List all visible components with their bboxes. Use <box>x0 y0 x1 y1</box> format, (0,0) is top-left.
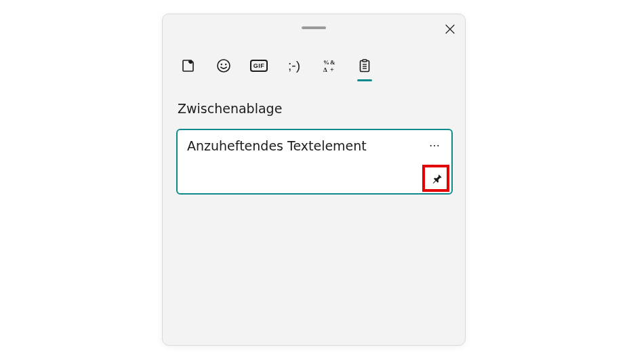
svg-point-1 <box>221 64 222 65</box>
drag-handle[interactable] <box>302 26 326 29</box>
pin-icon <box>432 174 443 184</box>
kaomoji-icon: ;-) <box>288 58 300 73</box>
tab-emoji[interactable] <box>216 51 232 81</box>
svg-rect-8 <box>363 60 367 62</box>
emoji-clipboard-panel: GIF ;-) % & Δ + <box>162 14 466 346</box>
clipboard-item[interactable]: Anzuheftendes Textelement ⋯ <box>176 129 453 195</box>
svg-point-2 <box>225 64 226 65</box>
svg-text:+: + <box>330 66 334 73</box>
svg-text:&: & <box>330 59 335 66</box>
clipboard-icon <box>357 58 372 73</box>
close-button[interactable] <box>440 19 460 39</box>
clipboard-item-text: Anzuheftendes Textelement <box>187 138 442 153</box>
svg-point-0 <box>218 60 230 72</box>
section-title: Zwischenablage <box>178 101 282 116</box>
smiley-icon <box>216 58 231 73</box>
close-icon <box>445 24 455 34</box>
tab-favorites[interactable] <box>180 51 197 81</box>
svg-text:Δ: Δ <box>323 66 327 73</box>
tab-kaomoji[interactable]: ;-) <box>286 51 302 81</box>
pin-button[interactable] <box>427 169 447 189</box>
tab-gif[interactable]: GIF <box>251 51 267 81</box>
category-tabs: GIF ;-) % & Δ + <box>180 51 373 81</box>
symbols-icon: % & Δ + <box>322 58 337 73</box>
tab-clipboard[interactable] <box>357 51 373 81</box>
svg-text:%: % <box>323 59 329 66</box>
heart-note-icon <box>181 58 196 73</box>
more-button[interactable]: ⋯ <box>426 136 445 155</box>
tab-symbols[interactable]: % & Δ + <box>321 51 338 81</box>
gif-icon: GIF <box>250 60 268 72</box>
